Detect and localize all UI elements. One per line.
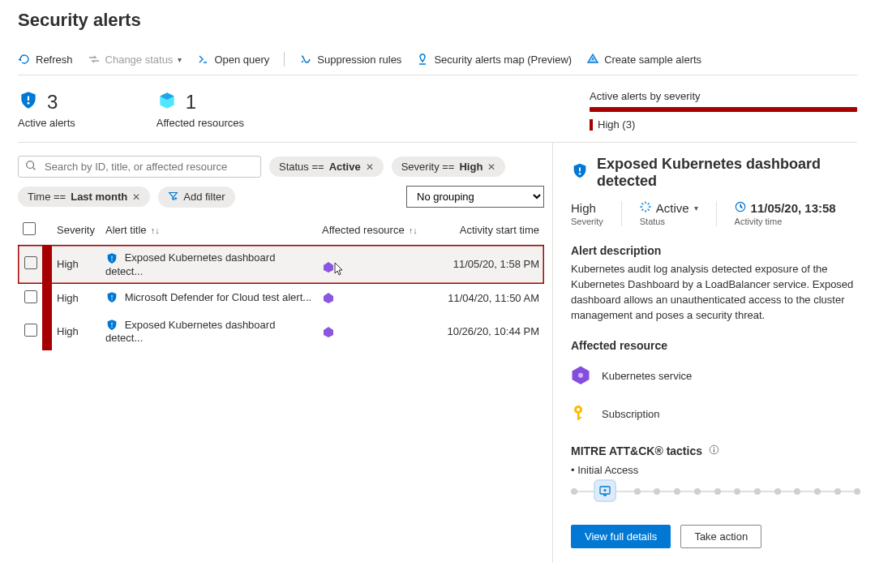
- active-alerts-label: Active alerts: [18, 117, 75, 129]
- cell-resource: [317, 312, 439, 351]
- row-checkbox[interactable]: [24, 290, 37, 303]
- cell-title: Exposed Kubernetes dashboard detect...: [101, 245, 317, 284]
- severity-indicator: [42, 312, 52, 351]
- col-activity-start[interactable]: Activity start time: [439, 216, 544, 245]
- severity-panel-title: Active alerts by severity: [590, 90, 857, 102]
- cell-title: Exposed Kubernetes dashboard detect...: [101, 312, 317, 351]
- view-full-details-button[interactable]: View full details: [571, 525, 671, 548]
- cell-time: 11/04/20, 11:50 AM: [439, 284, 544, 312]
- create-sample-alerts-button[interactable]: Create sample alerts: [586, 53, 701, 66]
- filter-time-label: Time ==: [28, 191, 66, 203]
- add-filter-label: Add filter: [183, 191, 225, 203]
- cursor-icon: [333, 267, 345, 279]
- svg-point-0: [28, 102, 30, 105]
- security-alerts-map-button[interactable]: Security alerts map (Preview): [416, 53, 572, 66]
- shield-icon: [571, 162, 589, 184]
- filter-add-icon: [168, 191, 178, 204]
- svg-rect-33: [603, 495, 607, 496]
- cell-time: 10/26/20, 10:44 PM: [439, 312, 544, 351]
- search-icon: [25, 160, 36, 174]
- svg-marker-8: [324, 293, 333, 303]
- active-alerts-count: 3: [47, 91, 58, 114]
- chevron-down-icon[interactable]: ▾: [694, 204, 698, 212]
- take-action-button[interactable]: Take action: [680, 525, 761, 548]
- clock-icon: [735, 201, 746, 215]
- cell-resource: [317, 245, 439, 284]
- open-query-button[interactable]: Open query: [196, 53, 269, 66]
- close-icon[interactable]: ✕: [366, 161, 374, 173]
- key-icon: [571, 403, 590, 425]
- svg-rect-28: [577, 417, 581, 418]
- table-row[interactable]: High Exposed Kubernetes dashboard detect…: [18, 312, 544, 351]
- filter-status-label: Status ==: [279, 161, 324, 173]
- col-alert-title[interactable]: Alert title ↑↓: [101, 216, 317, 245]
- refresh-button[interactable]: Refresh: [18, 53, 73, 66]
- col-affected-resource[interactable]: Affected resource ↑↓: [317, 216, 439, 245]
- shield-alert-icon: [18, 90, 39, 114]
- svg-rect-1: [28, 97, 29, 101]
- grouping-select[interactable]: No grouping: [406, 186, 544, 208]
- svg-marker-5: [324, 262, 333, 273]
- filter-severity[interactable]: Severity == High ✕: [392, 157, 506, 177]
- affected-resource-kubernetes[interactable]: Kubernetes service: [571, 365, 857, 387]
- alerts-table: Severity Alert title ↑↓ Affected resourc…: [18, 216, 544, 350]
- affected-resource-subscription[interactable]: Subscription: [571, 403, 857, 425]
- svg-line-19: [648, 209, 649, 210]
- cell-title: Microsoft Defender for Cloud test alert.…: [101, 284, 317, 312]
- suppression-rules-button[interactable]: Suppression rules: [299, 53, 401, 66]
- page-title: Security alerts: [18, 10, 857, 31]
- kubernetes-icon: [322, 325, 335, 338]
- svg-rect-4: [111, 255, 112, 258]
- map-icon: [416, 53, 429, 66]
- close-icon[interactable]: ✕: [487, 161, 495, 173]
- shield-icon: [105, 252, 118, 265]
- resource-label: Subscription: [602, 408, 660, 420]
- table-row[interactable]: High Microsoft Defender for Cloud test a…: [18, 284, 544, 312]
- svg-point-6: [111, 299, 113, 301]
- filter-severity-value: High: [459, 161, 483, 173]
- close-icon[interactable]: ✕: [132, 191, 140, 203]
- svg-rect-7: [111, 295, 112, 298]
- grouping-dropdown[interactable]: No grouping: [406, 186, 544, 208]
- search-input[interactable]: [18, 156, 261, 178]
- svg-point-3: [111, 260, 113, 261]
- cell-severity: High: [52, 284, 101, 312]
- svg-point-2: [27, 161, 34, 169]
- shield-icon: [105, 291, 118, 304]
- severity-chip-high: [590, 119, 593, 131]
- svg-point-24: [578, 373, 583, 378]
- select-all-checkbox[interactable]: [23, 222, 36, 235]
- affected-resources-count: 1: [186, 91, 196, 114]
- active-alerts-stat: 3 Active alerts: [18, 90, 75, 129]
- affected-resources-label: Affected resources: [157, 117, 244, 129]
- resource-label: Kubernetes service: [602, 370, 692, 382]
- affected-resource-head: Affected resource: [571, 339, 857, 352]
- kubernetes-icon: [571, 365, 590, 387]
- col-severity[interactable]: Severity: [52, 216, 101, 245]
- info-icon[interactable]: [709, 444, 719, 457]
- kubernetes-icon: [322, 291, 335, 304]
- cell-severity: High: [52, 312, 101, 351]
- alert-detail-panel: Exposed Kubernetes dashboard detected Hi…: [553, 143, 857, 563]
- filter-time[interactable]: Time == Last month ✕: [18, 187, 150, 207]
- filter-status-value: Active: [329, 161, 361, 173]
- mitre-head: MITRE ATT&CK® tactics: [571, 444, 702, 457]
- detail-status[interactable]: Active ▾ Status: [640, 201, 717, 226]
- cell-time: 11/05/20, 1:58 PM: [439, 245, 544, 284]
- status-active-icon: [640, 201, 651, 215]
- table-row[interactable]: High Exposed Kubernetes dashboard detect…: [18, 245, 544, 284]
- toolbar-separator: [284, 52, 285, 67]
- svg-line-18: [641, 204, 642, 204]
- row-checkbox[interactable]: [24, 324, 37, 337]
- add-filter-button[interactable]: Add filter: [158, 187, 234, 208]
- sort-icon: ↑↓: [406, 225, 418, 235]
- svg-rect-10: [111, 323, 112, 325]
- search-field[interactable]: [43, 160, 254, 174]
- change-status-icon: [88, 53, 101, 66]
- severity-panel: Active alerts by severity High (3): [590, 90, 857, 131]
- svg-rect-27: [577, 413, 580, 420]
- sample-alerts-icon: [586, 53, 599, 66]
- mitre-track: [571, 491, 857, 492]
- filter-status[interactable]: Status == Active ✕: [269, 157, 384, 177]
- row-checkbox[interactable]: [24, 256, 37, 269]
